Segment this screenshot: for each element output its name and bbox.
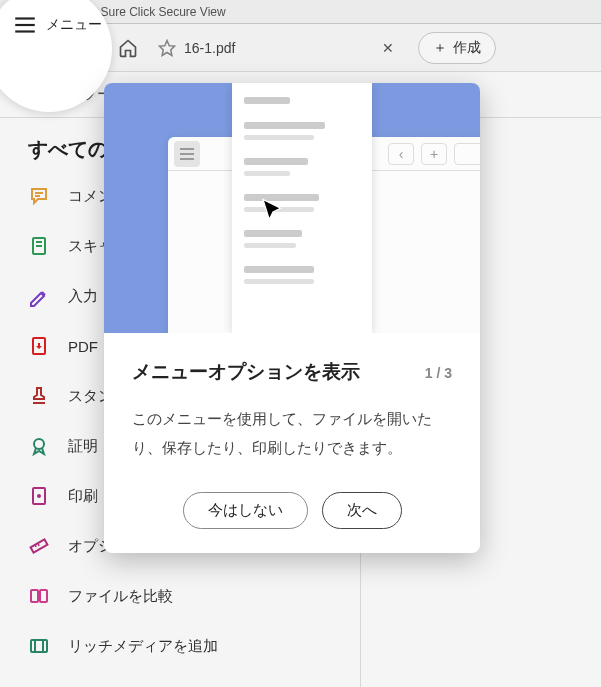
tool-label: PDF	[68, 338, 98, 355]
svg-point-13	[37, 494, 41, 498]
modal-illustration: ‹ +	[104, 83, 480, 333]
svg-rect-19	[31, 640, 47, 652]
modal-title: メニューオプションを表示	[132, 359, 360, 385]
next-button[interactable]: 次へ	[322, 492, 402, 529]
home-button[interactable]	[108, 28, 148, 68]
scan-icon	[28, 235, 50, 257]
svg-rect-18	[40, 590, 47, 602]
document-tab[interactable]: 16-1.pdf ✕	[148, 30, 408, 66]
export-icon	[28, 335, 50, 357]
plus-icon: ＋	[433, 39, 447, 57]
tool-label: 印刷	[68, 487, 98, 506]
print-icon	[28, 485, 50, 507]
tool-label: 入力	[68, 287, 98, 306]
home-icon	[118, 38, 138, 58]
svg-rect-17	[31, 590, 38, 602]
compare-icon	[28, 585, 50, 607]
tool-label: リッチメディアを追加	[68, 637, 218, 656]
cert-icon	[28, 435, 50, 457]
menu-label-spot: メニュー	[46, 16, 102, 34]
hamburger-icon	[12, 12, 38, 38]
close-tab-button[interactable]: ✕	[382, 40, 398, 56]
svg-marker-3	[160, 40, 175, 55]
svg-line-15	[35, 544, 36, 547]
comment-icon	[28, 185, 50, 207]
tool-label: ファイルを比較	[68, 587, 173, 606]
tool-label: 証明	[68, 437, 98, 456]
menu-label: メニュー	[42, 39, 98, 57]
tab-label: 16-1.pdf	[176, 40, 382, 56]
svg-line-16	[38, 543, 39, 546]
media-icon	[28, 635, 50, 657]
cursor-icon	[258, 197, 288, 231]
create-label: 作成	[453, 39, 481, 57]
svg-point-11	[34, 439, 44, 449]
star-icon[interactable]	[158, 39, 176, 57]
stamp-icon	[28, 385, 50, 407]
hamburger-icon	[10, 36, 34, 60]
tool-item[interactable]: リッチメディアを追加	[28, 635, 346, 657]
onboarding-modal: ‹ + メニューオプションを表示 1 / 3 このメニューを使用して、ファイルを…	[104, 83, 480, 553]
skip-button[interactable]: 今はしない	[183, 492, 308, 529]
create-button[interactable]: ＋ 作成	[418, 32, 496, 64]
modal-description: このメニューを使用して、ファイルを開いたり、保存したり、印刷したりできます。	[132, 405, 452, 462]
spotlight-menu-overlay: メニュー	[12, 12, 102, 38]
pen-icon	[28, 285, 50, 307]
ruler-icon	[28, 535, 50, 557]
tool-item[interactable]: ファイルを比較	[28, 585, 346, 607]
modal-step: 1 / 3	[425, 365, 452, 381]
